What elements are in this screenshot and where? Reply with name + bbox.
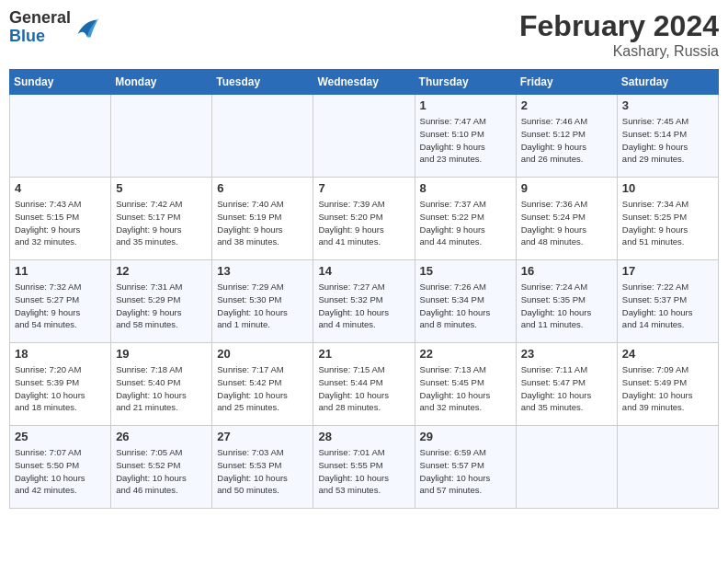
- page-header: General Blue February 2024 Kashary, Russ…: [9, 9, 719, 60]
- calendar-cell: 12Sunrise: 7:31 AMSunset: 5:29 PMDayligh…: [111, 260, 212, 343]
- calendar-cell: [10, 95, 111, 178]
- day-number: 24: [622, 347, 713, 361]
- calendar-cell: [516, 426, 617, 509]
- calendar-cell: 29Sunrise: 6:59 AMSunset: 5:57 PMDayligh…: [415, 426, 516, 509]
- day-info: Sunrise: 7:26 AMSunset: 5:34 PMDaylight:…: [420, 281, 511, 331]
- calendar-table: SundayMondayTuesdayWednesdayThursdayFrid…: [9, 69, 719, 509]
- day-number: 22: [420, 347, 511, 361]
- day-info: Sunrise: 7:40 AMSunset: 5:19 PMDaylight:…: [217, 198, 308, 248]
- day-info: Sunrise: 7:42 AMSunset: 5:17 PMDaylight:…: [116, 198, 207, 248]
- day-info: Sunrise: 7:17 AMSunset: 5:42 PMDaylight:…: [217, 363, 308, 414]
- day-number: 26: [116, 430, 207, 443]
- logo-blue: Blue: [9, 28, 71, 46]
- weekday-header-sunday: Sunday: [10, 70, 111, 95]
- calendar-cell: 26Sunrise: 7:05 AMSunset: 5:52 PMDayligh…: [111, 426, 212, 509]
- calendar-week-row: 25Sunrise: 7:07 AMSunset: 5:50 PMDayligh…: [10, 426, 719, 509]
- day-info: Sunrise: 6:59 AMSunset: 5:57 PMDaylight:…: [420, 446, 511, 497]
- calendar-cell: 5Sunrise: 7:42 AMSunset: 5:17 PMDaylight…: [111, 178, 212, 260]
- day-number: 16: [521, 264, 612, 278]
- month-year-title: February 2024: [519, 9, 719, 43]
- weekday-header-thursday: Thursday: [415, 70, 516, 95]
- day-info: Sunrise: 7:13 AMSunset: 5:45 PMDaylight:…: [420, 363, 511, 414]
- day-info: Sunrise: 7:01 AMSunset: 5:55 PMDaylight:…: [318, 446, 409, 497]
- calendar-cell: 3Sunrise: 7:45 AMSunset: 5:14 PMDaylight…: [617, 95, 718, 178]
- day-info: Sunrise: 7:36 AMSunset: 5:24 PMDaylight:…: [521, 198, 612, 248]
- day-number: 7: [318, 181, 409, 195]
- weekday-header-tuesday: Tuesday: [212, 70, 313, 95]
- day-number: 9: [521, 181, 612, 195]
- logo-bird-icon: [74, 15, 100, 40]
- calendar-cell: 22Sunrise: 7:13 AMSunset: 5:45 PMDayligh…: [415, 343, 516, 426]
- calendar-cell: 23Sunrise: 7:11 AMSunset: 5:47 PMDayligh…: [516, 343, 617, 426]
- day-number: 14: [318, 264, 409, 278]
- day-info: Sunrise: 7:03 AMSunset: 5:53 PMDaylight:…: [217, 446, 308, 497]
- day-number: 27: [217, 430, 308, 443]
- calendar-cell: 7Sunrise: 7:39 AMSunset: 5:20 PMDaylight…: [313, 178, 415, 260]
- day-number: 18: [15, 347, 106, 361]
- calendar-cell: 9Sunrise: 7:36 AMSunset: 5:24 PMDaylight…: [516, 178, 617, 260]
- calendar-cell: [212, 95, 313, 178]
- weekday-header-wednesday: Wednesday: [313, 70, 415, 95]
- day-info: Sunrise: 7:45 AMSunset: 5:14 PMDaylight:…: [622, 115, 713, 166]
- day-number: 28: [318, 430, 409, 443]
- day-info: Sunrise: 7:05 AMSunset: 5:52 PMDaylight:…: [116, 446, 207, 497]
- calendar-cell: 21Sunrise: 7:15 AMSunset: 5:44 PMDayligh…: [313, 343, 415, 426]
- day-info: Sunrise: 7:34 AMSunset: 5:25 PMDaylight:…: [622, 198, 713, 248]
- day-info: Sunrise: 7:29 AMSunset: 5:30 PMDaylight:…: [217, 281, 308, 331]
- day-number: 8: [420, 181, 511, 195]
- calendar-cell: 27Sunrise: 7:03 AMSunset: 5:53 PMDayligh…: [212, 426, 313, 509]
- calendar-cell: 1Sunrise: 7:47 AMSunset: 5:10 PMDaylight…: [415, 95, 516, 178]
- calendar-cell: 24Sunrise: 7:09 AMSunset: 5:49 PMDayligh…: [617, 343, 718, 426]
- weekday-header-row: SundayMondayTuesdayWednesdayThursdayFrid…: [10, 70, 719, 95]
- day-number: 13: [217, 264, 308, 278]
- calendar-cell: 16Sunrise: 7:24 AMSunset: 5:35 PMDayligh…: [516, 260, 617, 343]
- day-number: 21: [318, 347, 409, 361]
- day-number: 11: [15, 264, 106, 278]
- day-number: 29: [420, 430, 511, 443]
- weekday-header-friday: Friday: [516, 70, 617, 95]
- day-info: Sunrise: 7:07 AMSunset: 5:50 PMDaylight:…: [15, 446, 106, 497]
- day-number: 10: [622, 181, 713, 195]
- calendar-cell: 2Sunrise: 7:46 AMSunset: 5:12 PMDaylight…: [516, 95, 617, 178]
- day-info: Sunrise: 7:22 AMSunset: 5:37 PMDaylight:…: [622, 281, 713, 331]
- day-info: Sunrise: 7:15 AMSunset: 5:44 PMDaylight:…: [318, 363, 409, 414]
- day-number: 5: [116, 181, 207, 195]
- day-number: 6: [217, 181, 308, 195]
- calendar-cell: 15Sunrise: 7:26 AMSunset: 5:34 PMDayligh…: [415, 260, 516, 343]
- calendar-cell: 14Sunrise: 7:27 AMSunset: 5:32 PMDayligh…: [313, 260, 415, 343]
- day-info: Sunrise: 7:37 AMSunset: 5:22 PMDaylight:…: [420, 198, 511, 248]
- day-number: 15: [420, 264, 511, 278]
- calendar-cell: 19Sunrise: 7:18 AMSunset: 5:40 PMDayligh…: [111, 343, 212, 426]
- calendar-week-row: 4Sunrise: 7:43 AMSunset: 5:15 PMDaylight…: [10, 178, 719, 260]
- day-number: 23: [521, 347, 612, 361]
- calendar-week-row: 1Sunrise: 7:47 AMSunset: 5:10 PMDaylight…: [10, 95, 719, 178]
- calendar-cell: 20Sunrise: 7:17 AMSunset: 5:42 PMDayligh…: [212, 343, 313, 426]
- logo: General Blue: [9, 9, 100, 46]
- day-info: Sunrise: 7:27 AMSunset: 5:32 PMDaylight:…: [318, 281, 409, 331]
- calendar-cell: [617, 426, 718, 509]
- day-number: 12: [116, 264, 207, 278]
- calendar-week-row: 11Sunrise: 7:32 AMSunset: 5:27 PMDayligh…: [10, 260, 719, 343]
- day-info: Sunrise: 7:24 AMSunset: 5:35 PMDaylight:…: [521, 281, 612, 331]
- calendar-cell: 10Sunrise: 7:34 AMSunset: 5:25 PMDayligh…: [617, 178, 718, 260]
- day-info: Sunrise: 7:32 AMSunset: 5:27 PMDaylight:…: [15, 281, 106, 331]
- location-subtitle: Kashary, Russia: [519, 43, 719, 60]
- logo-general: General: [9, 9, 71, 28]
- day-number: 19: [116, 347, 207, 361]
- calendar-week-row: 18Sunrise: 7:20 AMSunset: 5:39 PMDayligh…: [10, 343, 719, 426]
- calendar-cell: 8Sunrise: 7:37 AMSunset: 5:22 PMDaylight…: [415, 178, 516, 260]
- calendar-cell: 4Sunrise: 7:43 AMSunset: 5:15 PMDaylight…: [10, 178, 111, 260]
- day-info: Sunrise: 7:11 AMSunset: 5:47 PMDaylight:…: [521, 363, 612, 414]
- calendar-cell: 17Sunrise: 7:22 AMSunset: 5:37 PMDayligh…: [617, 260, 718, 343]
- day-info: Sunrise: 7:20 AMSunset: 5:39 PMDaylight:…: [15, 363, 106, 414]
- calendar-cell: [111, 95, 212, 178]
- calendar-cell: 6Sunrise: 7:40 AMSunset: 5:19 PMDaylight…: [212, 178, 313, 260]
- logo-text: General Blue: [9, 9, 71, 46]
- calendar-cell: [313, 95, 415, 178]
- day-number: 17: [622, 264, 713, 278]
- day-info: Sunrise: 7:46 AMSunset: 5:12 PMDaylight:…: [521, 115, 612, 166]
- day-number: 25: [15, 430, 106, 443]
- title-block: February 2024 Kashary, Russia: [519, 9, 719, 60]
- day-info: Sunrise: 7:09 AMSunset: 5:49 PMDaylight:…: [622, 363, 713, 414]
- day-number: 2: [521, 98, 612, 112]
